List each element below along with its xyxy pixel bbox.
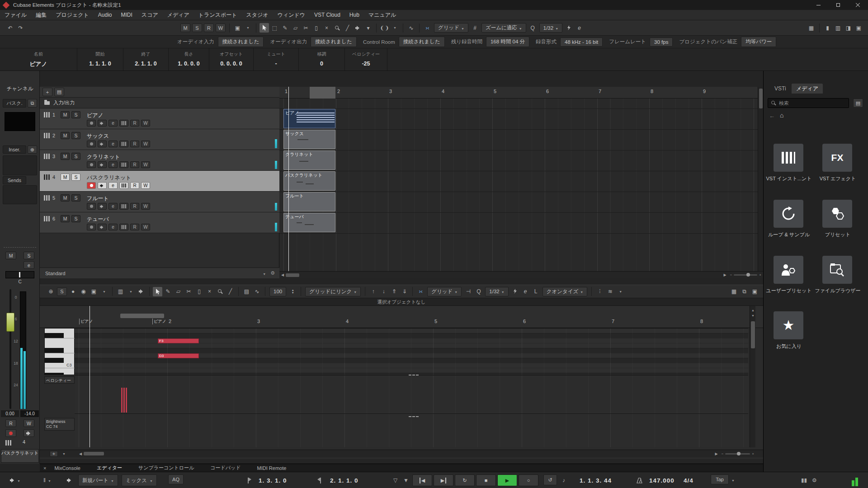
- track-read-button[interactable]: R: [130, 182, 139, 189]
- quantize-icon[interactable]: Q: [474, 287, 483, 296]
- velocity-bar[interactable]: [121, 388, 123, 413]
- controller-lane-label[interactable]: Brightness CC 74: [44, 418, 75, 431]
- setup-window-layout-icon[interactable]: ▦: [807, 23, 816, 33]
- record-button[interactable]: ○: [519, 474, 538, 486]
- track-solo-button[interactable]: S: [71, 215, 80, 222]
- position-display[interactable]: 1. 1. 3. 44: [580, 474, 612, 486]
- cycle-button[interactable]: ↻: [455, 474, 475, 486]
- scroll-right-icon[interactable]: ▶: [722, 273, 728, 277]
- tempo-mode-dropdown[interactable]: [731, 474, 735, 486]
- menu-score[interactable]: スコア: [137, 10, 163, 20]
- tile-file-browser[interactable]: [822, 256, 852, 284]
- tile-presets[interactable]: [822, 200, 852, 228]
- lower-zone-toggle-icon[interactable]: ▥: [833, 23, 843, 33]
- zoom-out-icon[interactable]: −: [728, 273, 734, 277]
- channel-color-pane[interactable]: [5, 112, 35, 131]
- editor-playhead[interactable]: [90, 306, 90, 447]
- track-settings-gear-icon[interactable]: ⚙: [270, 270, 275, 276]
- erase-tool[interactable]: ▱: [291, 23, 300, 33]
- track-row-clarinet[interactable]: 3 M S クラリネット e R W: [40, 150, 279, 171]
- color-tool[interactable]: ▾: [363, 23, 373, 33]
- info-start-value[interactable]: 1. 1. 1. 0: [77, 61, 123, 67]
- midi-activity-icon[interactable]: ▮▮: [801, 474, 807, 486]
- auto-scroll-icon[interactable]: ∿: [406, 23, 416, 33]
- track-solo-button[interactable]: S: [71, 111, 80, 118]
- menu-edit[interactable]: 編集: [31, 10, 51, 20]
- info-end-value[interactable]: 2. 1. 1. 0: [123, 61, 168, 67]
- zoom-slider-handle[interactable]: [737, 452, 741, 455]
- midi-part-bass-clarinet[interactable]: バスクラリネット: [283, 171, 335, 191]
- zoom-slider[interactable]: [725, 453, 750, 455]
- quantize-icon[interactable]: Q: [528, 23, 538, 33]
- black-key[interactable]: [45, 333, 64, 338]
- stop-button[interactable]: ■: [476, 474, 496, 486]
- track-monitor-button[interactable]: [98, 141, 107, 147]
- right-zone-toggle-icon[interactable]: ◨: [844, 23, 853, 33]
- add-lane-button[interactable]: +: [50, 451, 58, 457]
- record-mix-dropdown[interactable]: ミックス: [122, 474, 157, 486]
- channel-monitor-button[interactable]: [24, 429, 34, 437]
- pan-handle[interactable]: [19, 272, 20, 277]
- track-name[interactable]: ピアノ: [87, 112, 104, 119]
- grid-type-icon[interactable]: #: [470, 23, 480, 33]
- line-tool[interactable]: ╱: [343, 23, 352, 33]
- draw-tool[interactable]: ✎: [280, 23, 290, 33]
- track-record-button[interactable]: [87, 224, 96, 230]
- right-locator[interactable]: [319, 474, 321, 486]
- control-room-value[interactable]: 接続されました: [399, 37, 445, 47]
- quantize-length-dropdown[interactable]: クオンタイズ: [542, 287, 588, 296]
- mute-tool[interactable]: ×: [205, 287, 214, 296]
- track-mute-button[interactable]: M: [61, 194, 70, 202]
- curve-icon[interactable]: ∿: [252, 287, 262, 296]
- channel-tab[interactable]: バスク.: [3, 99, 26, 108]
- black-key[interactable]: [45, 373, 64, 375]
- track-instrument-button[interactable]: [119, 161, 128, 168]
- project-playhead[interactable]: [288, 87, 289, 271]
- info-transpose-value[interactable]: 0: [299, 61, 344, 67]
- track-record-button[interactable]: [87, 141, 96, 147]
- tile-loops-samples[interactable]: [774, 200, 803, 228]
- track-write-button[interactable]: W: [141, 203, 150, 210]
- fader-handle[interactable]: [6, 313, 14, 332]
- velocity-stepper[interactable]: ▲▼: [288, 287, 297, 296]
- line-tool[interactable]: ╱: [226, 287, 235, 296]
- track-edit-button[interactable]: e: [108, 182, 118, 189]
- zoom-out-icon[interactable]: −: [720, 452, 726, 456]
- length-quantize-dropdown[interactable]: グリッドにリンク: [305, 287, 361, 296]
- track-mute-button[interactable]: M: [61, 132, 70, 139]
- tab-editor[interactable]: エディター: [97, 465, 122, 471]
- track-instrument-button[interactable]: [119, 141, 128, 147]
- tile-vst-instruments[interactable]: [774, 144, 803, 172]
- results-view-button[interactable]: ▤: [853, 99, 863, 108]
- editor-horizontal-scrollbar[interactable]: + ◀ ▶ − +: [40, 450, 763, 457]
- tile-user-presets[interactable]: [774, 256, 803, 284]
- move-down-icon[interactable]: ↓: [379, 287, 388, 296]
- tab-chord-pads[interactable]: コードパッド: [210, 465, 241, 471]
- add-track-button[interactable]: +: [42, 88, 52, 96]
- mute-tool[interactable]: ×: [322, 23, 331, 33]
- punch-out-icon[interactable]: ▼: [403, 474, 409, 486]
- transport-setup-gear-icon[interactable]: ⚙: [812, 474, 817, 486]
- audio-input-value[interactable]: 接続されました: [218, 37, 264, 47]
- track-monitor-button[interactable]: [98, 161, 107, 168]
- close-button[interactable]: [848, 0, 868, 10]
- info-name-value[interactable]: ピアノ: [0, 61, 77, 68]
- info-transpose-field[interactable]: 移調 0: [299, 48, 345, 70]
- event-colors-icon[interactable]: ▤: [242, 287, 251, 296]
- editor-layout-icon[interactable]: ▦: [729, 287, 739, 296]
- zoom-in-icon[interactable]: +: [750, 452, 756, 456]
- note-display[interactable]: F3 D3: [75, 328, 748, 375]
- menu-midi[interactable]: MIDI: [117, 10, 137, 20]
- draw-tool[interactable]: ✎: [163, 287, 173, 296]
- track-monitor-button[interactable]: [98, 224, 107, 230]
- midi-part-flute[interactable]: フルート: [283, 192, 335, 211]
- editor-options-dropdown[interactable]: [99, 287, 109, 296]
- quantize-panel-icon[interactable]: e: [521, 287, 530, 296]
- part-borders-icon[interactable]: ⊣: [463, 287, 473, 296]
- midi-note-d3[interactable]: D3: [158, 353, 199, 358]
- track-row-sax[interactable]: 2 M S サックス e R W: [40, 129, 279, 150]
- minimize-button[interactable]: [808, 0, 828, 10]
- track-row-flute[interactable]: 5 M S フルート e R W: [40, 192, 279, 212]
- event-display[interactable]: ピアノ サックス クラリネット バスクラリネット フルート テューバ: [279, 99, 758, 271]
- channel-export-icon[interactable]: ⧉: [28, 99, 37, 108]
